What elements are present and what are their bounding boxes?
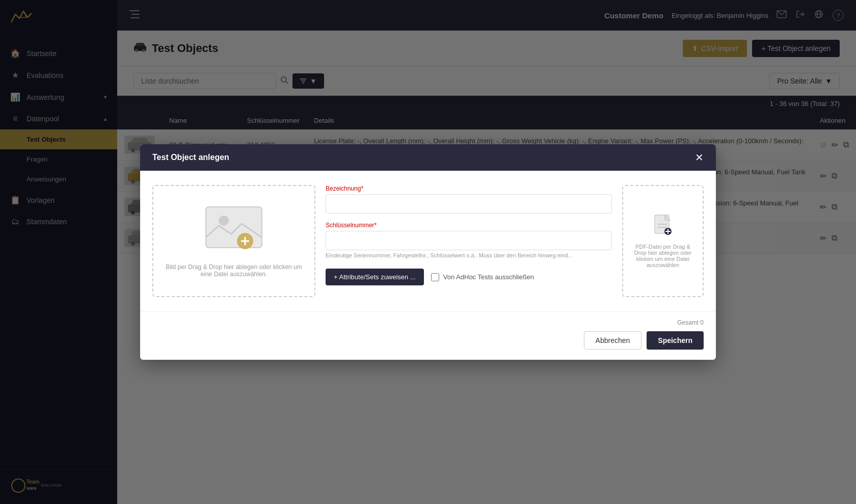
schluessel-hint: Eindeutige Seriennummer, Fahrgestellnr.,…: [326, 252, 612, 258]
schluessel-group: Schlüsselnummer* Eindeutige Seriennummer…: [326, 222, 612, 258]
save-button[interactable]: Speichern: [647, 331, 704, 350]
create-test-object-modal: Test Object anlegen ✕: [140, 144, 716, 360]
modal-close-button[interactable]: ✕: [695, 152, 704, 163]
svg-rect-33: [206, 207, 262, 248]
modal-form-col: Bezeichnung* Schlüsselnummer* Eindeutige…: [326, 185, 612, 297]
svg-point-34: [219, 216, 229, 226]
modal-header: Test Object anlegen ✕: [140, 144, 716, 171]
image-upload-text: Bild per Drag & Drop hier ablegen oder k…: [166, 263, 302, 278]
image-placeholder-icon: [203, 204, 264, 258]
adhoc-checkbox[interactable]: [431, 273, 439, 281]
schluessel-label: Schlüsselnummer*: [326, 222, 612, 229]
modal-actions-row: + Attribute/Sets zuweisen ... Von AdHoc …: [326, 269, 612, 285]
cancel-button[interactable]: Abbrechen: [584, 331, 642, 350]
pdf-upload-area[interactable]: PDF-Datei per Drag & Drop hier ablegen o…: [622, 185, 704, 297]
assign-attributes-button[interactable]: + Attribute/Sets zuweisen ...: [326, 269, 424, 285]
pdf-upload-text: PDF-Datei per Drag & Drop hier ablegen o…: [633, 244, 692, 268]
bezeichnung-input[interactable]: [326, 194, 612, 214]
modal-body: Bild per Drag & Drop hier ablegen oder k…: [140, 171, 716, 311]
modal-image-upload-col: Bild per Drag & Drop hier ablegen oder k…: [152, 185, 315, 297]
bezeichnung-label: Bezeichnung*: [326, 185, 612, 192]
modal-footer-buttons: Abbrechen Speichern: [584, 331, 704, 350]
schluessel-input[interactable]: [326, 231, 612, 250]
modal-pdf-upload-col: PDF-Datei per Drag & Drop hier ablegen o…: [622, 185, 704, 297]
modal-title: Test Object anlegen: [152, 153, 229, 162]
pdf-file-icon: [654, 214, 672, 240]
bezeichnung-group: Bezeichnung*: [326, 185, 612, 214]
image-upload-area[interactable]: Bild per Drag & Drop hier ablegen oder k…: [152, 185, 315, 297]
adhoc-checkbox-label[interactable]: Von AdHoc Tests ausschließen: [431, 273, 534, 281]
modal-overlay[interactable]: Test Object anlegen ✕: [0, 0, 856, 504]
gesamt-info: Gesamt 0: [152, 319, 704, 326]
modal-footer: Gesamt 0 Abbrechen Speichern: [140, 311, 716, 360]
